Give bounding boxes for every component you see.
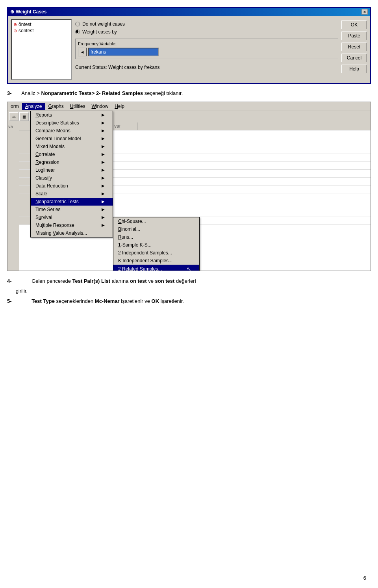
menu-item-descriptive[interactable]: Descriptive Statistics ▶ (31, 119, 113, 127)
step3-bold-nonparametric: Nonparametric Tests> 2- Related Samples (41, 90, 143, 96)
submenu-item-chisquare[interactable]: Chi-Square... (113, 217, 199, 225)
step4-text3: alanına (110, 278, 130, 284)
step3-container: 3- Analiz > Nonparametric Tests> 2- Rela… (7, 89, 371, 98)
current-status-text: Current Status: Weight cases by frekans (75, 65, 160, 70)
dialog-title: Weight Cases (16, 9, 46, 15)
submenu-item-runs[interactable]: Runs... (113, 233, 199, 241)
freq-input-row: ◄ frekans (78, 48, 335, 56)
menu-arrow-correlate: ▶ (102, 152, 105, 156)
menubar: orm Analyze Graphs Utilities Window Help (7, 102, 371, 111)
submenu-runs-label: Runs... (118, 234, 133, 240)
step5-bold-testtype: Test Type (32, 298, 55, 304)
menu-arrow-survival: ▶ (102, 215, 105, 219)
menubar-window-label: Window (91, 104, 108, 109)
step4-text5: değerleri (174, 278, 196, 284)
menu-item-data-reduction[interactable]: Data Reduction ▶ (31, 182, 113, 190)
menu-item-missing-value[interactable]: Missing Value Analysis... (31, 229, 113, 237)
menu-arrow-regression: ▶ (102, 160, 105, 164)
listbox-item-ontest: öntest (19, 22, 32, 27)
menu-timeseries-label: Time Series (35, 207, 61, 212)
menu-item-multiple-response[interactable]: Multiple Response ▶ (31, 221, 113, 229)
menu-item-classify[interactable]: Classify ▶ (31, 174, 113, 182)
step3-text-prefix: Analiz > (21, 90, 41, 96)
freq-variable-input[interactable]: frekans (88, 48, 159, 56)
dialog-title-left: ⊕ Weight Cases (10, 9, 46, 15)
toolbar-btn-1[interactable]: ⚖ (9, 112, 19, 121)
menu-item-scale[interactable]: Scale ▶ (31, 190, 113, 198)
step5-text2: seçeneklerinden (55, 298, 95, 304)
menu-arrow-descriptive: ▶ (102, 121, 105, 125)
menubar-item-orm[interactable]: orm (7, 103, 22, 110)
radio-weight-by[interactable]: Weight cases by (75, 29, 338, 35)
submenu-1sampleks-label: 1-Sample K-S... (118, 242, 152, 248)
menu-arrow-compare: ▶ (102, 128, 105, 133)
list-item[interactable]: ⊕ öntest (13, 21, 70, 28)
submenu-item-2independent[interactable]: 2 Independent Samples... (113, 249, 199, 257)
step4-text4: ve (147, 278, 155, 284)
menu-item-reports[interactable]: Reports ▶ (31, 111, 113, 119)
list-item[interactable]: ⊕ sontest (13, 28, 70, 34)
menu-datareduction-label: Data Reduction (35, 183, 68, 189)
menubar-analyze-label: Analyze (25, 104, 42, 109)
submenu-kindependent-label: K Independent Samples... (118, 258, 172, 263)
step4-bold-pairs: Pair(s) List (84, 278, 110, 284)
submenu-item-2related[interactable]: 2 Related Samples... ↖ (113, 265, 199, 271)
submenu-item-kindependent[interactable]: K Independent Samples... (113, 257, 199, 265)
step3-text-suffix: seçeneği tıklanır. (143, 90, 183, 96)
menubar-utilities-label: Utilities (70, 104, 85, 109)
help-button[interactable]: Help (341, 65, 367, 73)
menu-arrow-nonparametric: ▶ (102, 199, 105, 204)
menu-reports-label: Reports (35, 112, 52, 118)
dialog-close-button[interactable]: × (361, 9, 368, 15)
menu-classify-label: Classify (35, 175, 52, 181)
step4-bold-ontest: on test (130, 278, 147, 284)
cancel-button[interactable]: Cancel (341, 54, 367, 62)
menu-item-correlate[interactable]: Correlate ▶ (31, 150, 113, 158)
menu-arrow-timeseries: ▶ (102, 207, 105, 211)
menu-item-survival[interactable]: Survival ▶ (31, 213, 113, 221)
menu-item-glm[interactable]: General Linear Model ▶ (31, 135, 113, 143)
menu-item-timeseries[interactable]: Time Series ▶ (31, 206, 113, 213)
menubar-item-window[interactable]: Window (88, 103, 111, 110)
radio-circle-2 (75, 30, 80, 34)
freq-variable-label: Frequency Variable: (78, 41, 335, 46)
step3-number: 3- (7, 90, 12, 96)
variable-listbox[interactable]: ⊕ öntest ⊕ sontest (11, 19, 72, 80)
menubar-item-analyze[interactable]: Analyze (22, 103, 45, 110)
menu-mixed-label: Mixed Models (35, 144, 65, 149)
freq-variable-value: frekans (91, 49, 106, 55)
page-number: 6 (363, 575, 366, 581)
menu-item-loglinear[interactable]: Loglinear ▶ (31, 166, 113, 174)
menu-multiresponse-label: Multiple Response (35, 223, 74, 228)
step4-container: 4- Gelen pencerede Test Pair(s) List ala… (7, 277, 371, 286)
submenu-item-1sampleks[interactable]: 1-Sample K-S... (113, 241, 199, 249)
step4-bold-sontest: son test (155, 278, 175, 284)
dialog-body: ⊕ öntest ⊕ sontest Do not weight cases W… (8, 16, 370, 83)
paste-button[interactable]: Paste (341, 32, 367, 40)
menu-scale-label: Scale (35, 191, 47, 197)
reset-button[interactable]: Reset (341, 43, 367, 51)
menu-nonparametric-label: Nonparametric Tests (35, 199, 79, 204)
step5-text4: işaretlenir. (159, 298, 184, 304)
menu-loglinear-label: Loglinear (35, 167, 55, 173)
arrow-button[interactable]: ◄ (78, 48, 87, 56)
menu-item-compare-means[interactable]: Compare Means ▶ (31, 127, 113, 135)
dialog-buttons: OK Paste Reset Cancel Help (341, 19, 367, 80)
toolbar-btn-2[interactable]: ▦ (19, 112, 29, 121)
step5-bold-ok: OK (152, 298, 159, 304)
submenu-binomial-label: Binomial... (118, 226, 140, 232)
menubar-help-label: Help (115, 104, 124, 109)
ok-button[interactable]: OK (341, 20, 367, 29)
menu-item-nonparametric[interactable]: Nonparametric Tests ▶ (31, 198, 113, 206)
submenu-item-binomial[interactable]: Binomial... (113, 225, 199, 233)
menu-arrow-reports: ▶ (102, 113, 105, 117)
menubar-item-help[interactable]: Help (111, 103, 128, 110)
radio-no-weight[interactable]: Do not weight cases (75, 21, 338, 27)
menu-item-mixed[interactable]: Mixed Models ▶ (31, 143, 113, 150)
left-panel-label: va (7, 122, 19, 130)
menu-item-regression[interactable]: Regression ▶ (31, 158, 113, 166)
dialog-icon: ⊕ (10, 9, 14, 15)
menubar-item-graphs[interactable]: Graphs (45, 103, 67, 110)
radio-label-2: Weight cases by (82, 29, 117, 35)
menubar-item-utilities[interactable]: Utilities (67, 103, 89, 110)
